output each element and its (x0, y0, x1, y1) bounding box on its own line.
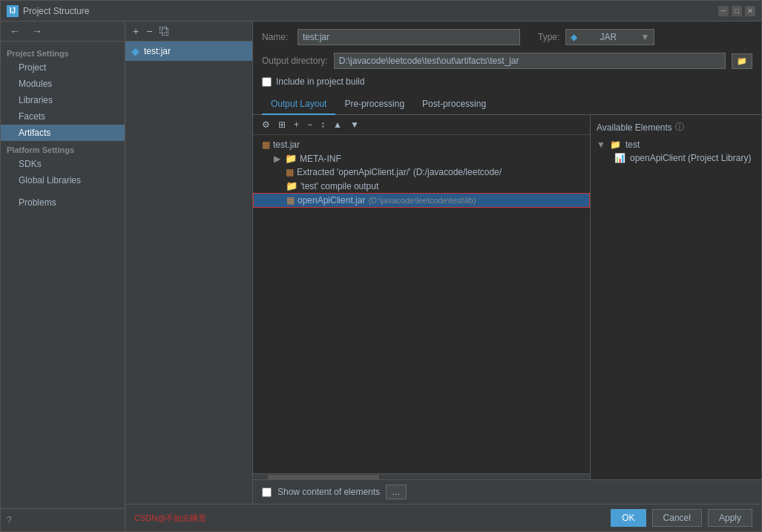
tree-item-openapi-jar[interactable]: ▦ openApiClient.jar (D:\javacode\leetcod… (253, 193, 590, 208)
sidebar-item-sdks[interactable]: SDKs (1, 156, 125, 172)
avail-item-test[interactable]: ▼ 📁 test (591, 138, 761, 151)
layout-settings-button[interactable]: ⚙ (259, 118, 273, 131)
folder-icon: 📁 (286, 180, 298, 191)
detail-panel: Name: Type: ◆ JAR ▼ Output directory: (253, 22, 761, 504)
name-label: Name: (262, 32, 292, 42)
jar-icon: ◆ (131, 45, 139, 57)
sidebar-item-facets[interactable]: Facets (1, 108, 125, 125)
title-bar: IJ Project Structure ─ □ ✕ (1, 1, 761, 22)
ok-button[interactable]: OK (611, 509, 646, 527)
expand-icon: ▶ (274, 154, 280, 164)
layout-up-button[interactable]: ▲ (330, 118, 345, 131)
artifacts-panel: + − ⿻ ◆ test:jar (125, 22, 253, 504)
platform-settings-label: Platform Settings (1, 141, 125, 156)
layout-remove-button[interactable]: − (304, 118, 315, 131)
include-build-label: Include in project build (276, 76, 364, 87)
sidebar-help: ? (1, 508, 125, 531)
sidebar-nav: Project Settings Project Modules Librari… (1, 42, 125, 508)
show-content-label: Show content of elements (277, 487, 380, 497)
main-area: + − ⿻ ◆ test:jar Name: (125, 22, 761, 504)
maximize-button[interactable]: □ (732, 6, 742, 16)
folder-icon: 📁 (285, 153, 297, 164)
tree-label-meta-inf: META-INF (300, 154, 341, 164)
artifacts-toolbar: + − ⿻ (125, 22, 252, 42)
tree-label-extracted: Extracted 'openApiClient.jar/' (D:/javac… (297, 167, 502, 177)
remove-artifact-button[interactable]: − (143, 24, 155, 38)
title-bar-controls: ─ □ ✕ (718, 6, 755, 16)
output-dir-input[interactable] (334, 53, 726, 69)
tree-item-meta-inf[interactable]: ▶ 📁 META-INF (253, 151, 590, 165)
nav-controls: ← → (1, 22, 125, 42)
collapse-icon: ▼ (597, 139, 605, 150)
sidebar-item-global-libraries[interactable]: Global Libraries (1, 172, 125, 188)
jar-icon: ▦ (262, 139, 270, 150)
include-build-checkbox[interactable] (262, 77, 272, 87)
back-button[interactable]: ← (7, 24, 23, 38)
browse-button[interactable]: 📁 (732, 53, 752, 69)
layout-grid-button[interactable]: ⊞ (275, 118, 289, 131)
type-label: Type: (538, 32, 559, 42)
output-tree: ▦ test.jar ▶ 📁 META-INF (253, 135, 590, 473)
tree-label-root: test.jar (273, 139, 300, 150)
output-dir-label: Output directory: (262, 56, 328, 66)
available-tree: ▼ 📁 test 📊 openApiClient (Project Librar… (591, 137, 761, 476)
layout-down-button[interactable]: ▼ (347, 118, 362, 131)
sidebar-item-problems[interactable]: Problems (1, 194, 125, 211)
sidebar-item-artifacts[interactable]: Artifacts (1, 125, 125, 141)
detail-content: Name: Type: ◆ JAR ▼ Output directory: (253, 22, 761, 504)
copy-artifact-button[interactable]: ⿻ (157, 24, 173, 38)
tree-item-extracted[interactable]: ▦ Extracted 'openApiClient.jar/' (D:/jav… (253, 165, 590, 179)
minimize-button[interactable]: ─ (718, 6, 729, 16)
available-help-icon[interactable]: ⓘ (675, 121, 684, 134)
close-button[interactable]: ✕ (745, 6, 755, 16)
sidebar-item-libraries[interactable]: Libraries (1, 92, 125, 108)
show-content-checkbox[interactable] (262, 487, 272, 497)
available-elements-header: Available Elements ⓘ (591, 118, 761, 137)
available-elements-label: Available Elements (597, 122, 672, 133)
add-artifact-button[interactable]: + (130, 24, 142, 38)
tab-post-processing[interactable]: Post-processing (413, 94, 495, 115)
main-content: ← → Project Settings Project Modules Lib… (1, 22, 761, 531)
artifact-item-testjar[interactable]: ◆ test:jar (125, 42, 252, 61)
jar-icon: ▦ (286, 195, 295, 206)
tree-item-compile-output[interactable]: 📁 'test' compile output (253, 179, 590, 193)
folder-icon: 📁 (610, 139, 621, 150)
cancel-button[interactable]: Cancel (652, 509, 702, 527)
watermark: CSDN@不如去睡觉 (134, 513, 206, 524)
sidebar-item-project[interactable]: Project (1, 59, 125, 76)
bottom-bar: Show content of elements ... (253, 479, 761, 504)
dropdown-icon: ▼ (640, 32, 649, 42)
avail-label-test: test (625, 139, 640, 150)
layout-sort-button[interactable]: ↕ (318, 118, 328, 131)
apply-button[interactable]: Apply (708, 509, 752, 527)
include-build-row: Include in project build (253, 72, 761, 91)
project-settings-label: Project Settings (1, 45, 125, 59)
tab-pre-processing[interactable]: Pre-processing (335, 94, 413, 115)
tree-label-compile: 'test' compile output (300, 181, 378, 191)
name-row: Name: Type: ◆ JAR ▼ (253, 22, 761, 50)
artifact-name: test:jar (144, 46, 171, 56)
output-layout-left: ⚙ ⊞ + − ↕ ▲ ▼ (253, 115, 591, 479)
name-input[interactable] (298, 29, 520, 45)
sidebar-item-modules[interactable]: Modules (1, 76, 125, 92)
avail-label-openapi: openApiClient (Project Library) (630, 153, 751, 163)
sidebar: ← → Project Settings Project Modules Lib… (1, 22, 125, 531)
horizontal-scrollbar[interactable] (253, 473, 590, 479)
main-panel: + − ⿻ ◆ test:jar Name: (125, 22, 761, 531)
jar-icon: ▦ (286, 167, 294, 177)
tab-output-layout[interactable]: Output Layout (262, 94, 335, 115)
layout-area: ⚙ ⊞ + − ↕ ▲ ▼ (253, 115, 761, 479)
ellipsis-button[interactable]: ... (386, 485, 407, 499)
output-tree-toolbar: ⚙ ⊞ + − ↕ ▲ ▼ (253, 115, 590, 135)
app-icon: IJ (7, 5, 19, 17)
avail-item-openapi-client[interactable]: 📊 openApiClient (Project Library) (591, 151, 761, 165)
jar-type-icon: ◆ (571, 32, 577, 42)
layout-add-button[interactable]: + (291, 118, 302, 131)
tree-item-root[interactable]: ▦ test.jar (253, 138, 590, 151)
help-icon[interactable]: ? (7, 515, 12, 525)
forward-button[interactable]: → (29, 24, 45, 38)
type-value: JAR (600, 32, 617, 42)
footer: CSDN@不如去睡觉 OK Cancel Apply (125, 504, 761, 531)
type-select[interactable]: ◆ JAR ▼ (565, 29, 654, 45)
output-dir-row: Output directory: 📁 (253, 50, 761, 72)
